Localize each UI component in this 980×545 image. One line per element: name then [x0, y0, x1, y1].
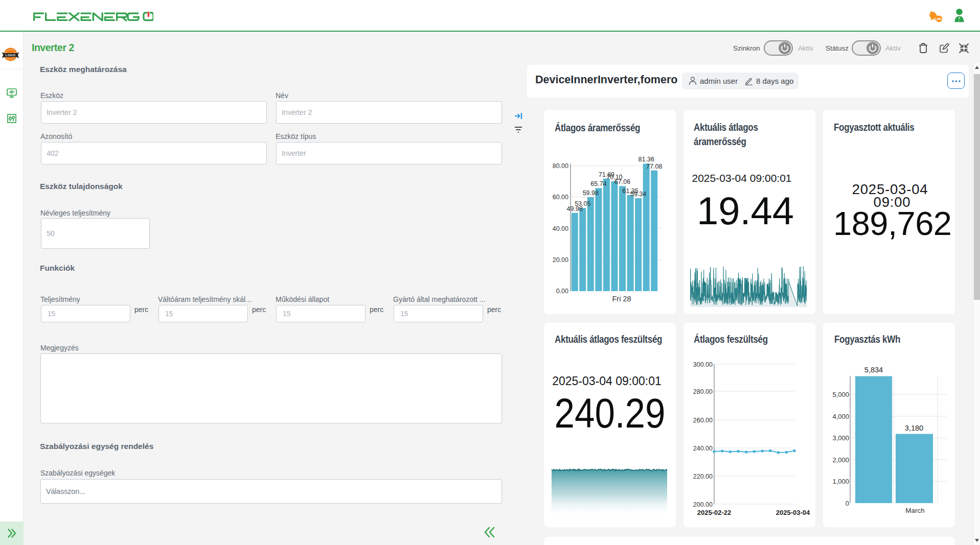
- svg-text:0: 0: [846, 500, 849, 507]
- svg-text:4,000: 4,000: [832, 413, 849, 420]
- svg-text:1,000: 1,000: [832, 478, 849, 485]
- svg-text:81.36: 81.36: [639, 156, 654, 163]
- svg-text:March: March: [905, 507, 925, 514]
- svg-text:77.08: 77.08: [646, 163, 662, 170]
- svg-text:300.00: 300.00: [693, 361, 713, 368]
- svg-text:60.00: 60.00: [553, 194, 568, 201]
- svg-text:2,000: 2,000: [832, 456, 849, 464]
- svg-text:3,180: 3,180: [905, 424, 923, 432]
- svg-text:0.00: 0.00: [556, 288, 568, 295]
- svg-text:2025-02-22: 2025-02-22: [697, 509, 732, 516]
- svg-text:67.06: 67.06: [614, 178, 630, 185]
- svg-text:20.00: 20.00: [553, 256, 568, 264]
- svg-text:220.00: 220.00: [693, 473, 713, 480]
- svg-text:2025-03-04: 2025-03-04: [776, 509, 810, 516]
- svg-text:Fri 28: Fri 28: [612, 295, 631, 303]
- svg-text:59.98: 59.98: [583, 189, 599, 197]
- svg-text:LOGO: LOGO: [6, 54, 16, 57]
- svg-text:5,000: 5,000: [832, 391, 849, 398]
- svg-text:3,000: 3,000: [832, 434, 849, 442]
- svg-text:240.00: 240.00: [693, 445, 713, 452]
- svg-text:40.00: 40.00: [553, 225, 568, 232]
- svg-text:65.74: 65.74: [590, 180, 606, 187]
- svg-text:200.00: 200.00: [693, 501, 713, 508]
- svg-text:80.00: 80.00: [553, 162, 568, 170]
- svg-text:53.05: 53.05: [575, 200, 590, 207]
- svg-text:59.34: 59.34: [630, 191, 646, 198]
- svg-text:999: 999: [937, 17, 941, 20]
- svg-text:280.00: 280.00: [693, 388, 713, 395]
- svg-text:260.00: 260.00: [693, 417, 713, 424]
- svg-text:5,834: 5,834: [864, 366, 883, 374]
